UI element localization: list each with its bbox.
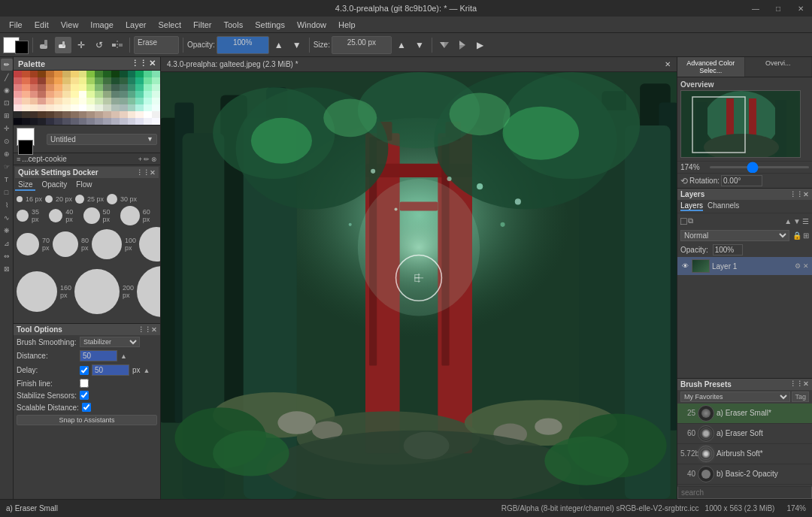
color-cell[interactable] — [30, 71, 38, 77]
color-cell[interactable] — [46, 71, 54, 77]
brush-smoothing-select[interactable]: Stabilizer — [80, 337, 140, 347]
mirror-v-btn[interactable] — [454, 37, 471, 53]
color-cell[interactable] — [71, 118, 79, 125]
layer-add-btn[interactable]: + — [138, 156, 142, 163]
delay-up[interactable]: ▲ — [144, 367, 150, 374]
color-cell[interactable] — [46, 111, 54, 118]
opacity-up-btn[interactable]: ▲ — [271, 37, 287, 53]
menu-filter[interactable]: Filter — [187, 17, 217, 33]
color-cell[interactable] — [135, 91, 144, 98]
color-cell[interactable] — [152, 98, 160, 104]
play-btn[interactable]: ▶ — [472, 37, 489, 53]
brush-tag-btn[interactable]: Tag — [792, 392, 809, 402]
color-cell[interactable] — [144, 71, 152, 77]
brush-size-120[interactable] — [139, 227, 161, 262]
brush-size-80[interactable] — [53, 231, 78, 257]
bp-menu-btn[interactable]: ⋮⋮✕ — [789, 380, 809, 388]
color-cell[interactable] — [111, 91, 120, 98]
color-cell[interactable] — [14, 77, 22, 84]
tool-fill[interactable]: ◉ — [1, 84, 13, 96]
color-cell[interactable] — [120, 118, 128, 125]
tool-path[interactable]: ⌇ — [1, 199, 13, 211]
color-cell[interactable] — [95, 118, 103, 125]
color-cell[interactable] — [30, 118, 38, 125]
color-cell[interactable] — [152, 111, 160, 118]
color-cell[interactable] — [38, 98, 46, 104]
brush-size-25[interactable] — [75, 195, 84, 204]
color-cell[interactable] — [79, 91, 87, 98]
color-cell[interactable] — [152, 104, 160, 111]
layer-options-icon[interactable]: ⚙ — [795, 262, 801, 270]
color-cell[interactable] — [62, 104, 71, 111]
layer-item-1[interactable]: 👁 Layer 1 ⚙ ✕ — [677, 257, 812, 275]
stabilize-sensors-checkbox[interactable] — [80, 391, 89, 400]
blend-mode-select[interactable]: Normal — [680, 230, 789, 241]
color-cell[interactable] — [30, 111, 38, 118]
color-cell[interactable] — [14, 111, 22, 118]
brush-size-70[interactable] — [17, 233, 39, 255]
color-cell[interactable] — [120, 91, 128, 98]
color-cell[interactable] — [128, 84, 136, 91]
color-cell[interactable] — [95, 91, 103, 98]
color-cell[interactable] — [62, 71, 71, 77]
color-cell[interactable] — [38, 104, 46, 111]
color-cell[interactable] — [111, 84, 120, 91]
brush-item-eraser-soft[interactable]: 60 a) Eraser Soft — [677, 424, 812, 444]
snap-to-assistants-button[interactable]: Snap to Assistants — [17, 415, 157, 425]
tool-freehand[interactable]: ✏ — [1, 59, 13, 71]
color-cell[interactable] — [79, 71, 87, 77]
color-cell[interactable] — [111, 98, 120, 104]
color-cell[interactable] — [86, 71, 95, 77]
color-cell[interactable] — [14, 84, 22, 91]
distance-up[interactable]: ▲ — [120, 352, 127, 360]
rotate-icon[interactable]: ↺ — [91, 37, 108, 53]
color-cell[interactable] — [54, 118, 62, 125]
color-cell[interactable] — [103, 77, 111, 84]
mirror-icon[interactable] — [109, 37, 126, 53]
color-cell[interactable] — [62, 91, 71, 98]
color-cell[interactable] — [22, 98, 30, 104]
tool-zoom[interactable]: ⊕ — [1, 148, 13, 160]
color-cell[interactable] — [86, 111, 95, 118]
menu-layer[interactable]: Layer — [120, 17, 153, 33]
opacity-input[interactable]: 100% — [217, 36, 269, 54]
tool-options-menu[interactable]: ⋮⋮✕ — [138, 326, 157, 334]
move-icon[interactable]: ✛ — [73, 37, 89, 53]
canvas-close-btn[interactable]: ✕ — [665, 60, 671, 68]
color-cell[interactable] — [135, 98, 144, 104]
color-cell[interactable] — [152, 84, 160, 91]
menu-window[interactable]: Window — [291, 17, 332, 33]
color-cell[interactable] — [103, 111, 111, 118]
color-cell[interactable] — [71, 111, 79, 118]
color-cell[interactable] — [128, 77, 136, 84]
color-cell[interactable] — [86, 118, 95, 125]
color-cell[interactable] — [22, 71, 30, 77]
layers-copy-btn[interactable]: ⧉ — [688, 216, 693, 225]
menu-file[interactable]: File — [3, 17, 29, 33]
color-cell[interactable] — [14, 71, 22, 77]
maximize-button[interactable]: □ — [767, 0, 789, 17]
color-cell[interactable] — [71, 104, 79, 111]
color-cell[interactable] — [135, 118, 144, 125]
brush-item-basic2[interactable]: 40 b) Basic-2 Opacity — [677, 464, 812, 485]
brush-preset-icon[interactable] — [37, 37, 53, 53]
color-cell[interactable] — [71, 91, 79, 98]
color-cell[interactable] — [86, 91, 95, 98]
color-cell[interactable] — [103, 98, 111, 104]
color-cell[interactable] — [30, 84, 38, 91]
brush-size-250[interactable] — [137, 266, 161, 317]
layer-delete-icon[interactable]: ✕ — [803, 262, 809, 270]
color-cell[interactable] — [144, 104, 152, 111]
menu-edit[interactable]: Edit — [29, 17, 55, 33]
color-cell[interactable] — [79, 111, 87, 118]
color-cell[interactable] — [120, 71, 128, 77]
tab-channels[interactable]: Channels — [707, 201, 739, 211]
tool-assistant[interactable]: ⊿ — [1, 237, 13, 249]
tool-line[interactable]: ╱ — [1, 71, 13, 83]
scalable-distance-checkbox[interactable] — [82, 403, 91, 412]
color-cell[interactable] — [79, 104, 87, 111]
color-cell[interactable] — [135, 111, 144, 118]
color-cell[interactable] — [103, 104, 111, 111]
color-cell[interactable] — [120, 77, 128, 84]
color-cell[interactable] — [14, 91, 22, 98]
